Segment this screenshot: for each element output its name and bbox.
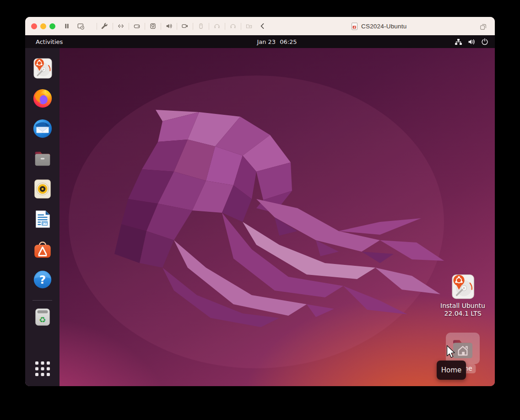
speaker-button[interactable] [162, 21, 176, 32]
mouse-capture-button[interactable] [194, 21, 208, 32]
dock-item-rhythmbox[interactable] [31, 178, 54, 200]
overlapping-windows-icon [480, 23, 487, 31]
toolbar-separator [225, 23, 225, 30]
speaker-icon [165, 22, 173, 30]
headset-button[interactable] [210, 21, 224, 32]
zoom-button[interactable] [49, 23, 55, 29]
toolbar-separator [209, 23, 209, 30]
close-button[interactable] [31, 23, 37, 29]
guest-screen: Activities Jan 23 06:25 [25, 35, 495, 386]
rhythmbox-icon [32, 178, 53, 199]
dock-item-help[interactable]: ? [31, 268, 54, 291]
home-tooltip-text: Home [441, 366, 461, 374]
install-ubuntu-icon [450, 273, 476, 300]
shared-folder-button[interactable] [242, 21, 256, 32]
clock-button[interactable]: Jan 23 06:25 [257, 35, 297, 48]
toolbar-separator [193, 23, 193, 30]
dock-separator [32, 300, 52, 301]
window-title: CS2024-Ubuntu [361, 23, 406, 30]
network-icon [455, 38, 462, 45]
dock-item-trash[interactable]: ♻ [31, 306, 54, 328]
pause-icon [63, 22, 70, 30]
vm-toolbar [60, 17, 270, 35]
dock-item-show-applications[interactable] [31, 357, 54, 380]
console-icon [117, 22, 125, 30]
gnome-topbar: Activities Jan 23 06:25 [25, 35, 495, 48]
headset-2-button[interactable] [226, 21, 240, 32]
jellyfish-wallpaper-art [60, 48, 495, 386]
console-button[interactable] [114, 21, 128, 32]
window-overlap-button[interactable] [479, 22, 488, 32]
firefox-icon [32, 88, 53, 109]
dock: A ? [25, 48, 60, 386]
shared-folder-icon [245, 22, 253, 30]
dock-item-libreoffice-writer[interactable] [31, 208, 54, 231]
dock-item-firefox[interactable] [31, 87, 54, 110]
home-tooltip: Home [437, 361, 466, 380]
headset-2-icon [229, 22, 237, 30]
install-label-line1: Install Ubuntu [440, 302, 485, 310]
desktop-surface[interactable]: Install Ubuntu 22.04.1 LTS [60, 48, 495, 386]
vm-window: CS2024-Ubuntu Activities Jan 23 06:25 [25, 17, 495, 386]
install-label-line2: 22.04.1 LTS [440, 310, 485, 318]
back-button[interactable] [256, 21, 270, 32]
webcam-button[interactable] [146, 21, 160, 32]
back-chevron-icon [259, 22, 266, 30]
mouse-cursor [446, 345, 456, 359]
help-icon: ? [32, 269, 53, 290]
window-title-group: CS2024-Ubuntu [351, 17, 406, 35]
minimize-button[interactable] [40, 23, 46, 29]
video-button[interactable] [178, 21, 192, 32]
titlebar: CS2024-Ubuntu [25, 17, 495, 35]
vm-document-icon [351, 22, 358, 30]
trash-icon: ♻ [32, 307, 53, 328]
clock-time: 06:25 [280, 38, 297, 45]
toolbar-separator [161, 23, 161, 30]
help-glyph: ? [39, 273, 46, 286]
drive-button[interactable] [130, 21, 144, 32]
toolbar-separator [241, 23, 241, 30]
toolbar-separator [113, 23, 113, 30]
tools-icon [101, 22, 108, 30]
dock-item-thunderbird[interactable] [31, 117, 54, 140]
desktop-row: A ? [25, 48, 495, 386]
volume-icon [468, 38, 476, 45]
dock-item-files[interactable] [31, 147, 54, 170]
app-grid-icon [35, 361, 50, 377]
save-state-icon [77, 22, 84, 30]
drive-icon [133, 22, 141, 30]
desktop-icon-install-ubuntu[interactable]: Install Ubuntu 22.04.1 LTS [440, 273, 486, 318]
toolbar-separator [129, 23, 129, 30]
traffic-lights [31, 23, 55, 29]
ubuntu-installer-icon [32, 57, 54, 79]
install-ubuntu-label: Install Ubuntu 22.04.1 LTS [440, 302, 485, 318]
ubuntu-software-icon: A [32, 239, 53, 260]
dock-item-ubuntu-software[interactable]: A [31, 238, 54, 261]
system-status-area[interactable] [455, 35, 488, 48]
dock-item-ubuntu-installer[interactable] [31, 57, 54, 80]
clock-date: Jan 23 [257, 38, 276, 45]
pause-button[interactable] [60, 21, 74, 32]
activities-button[interactable]: Activities [32, 35, 66, 48]
tools-button[interactable] [98, 21, 112, 32]
webcam-icon [149, 22, 157, 30]
libreoffice-writer-icon [32, 209, 53, 230]
mouse-icon [197, 22, 205, 30]
video-icon [181, 22, 189, 30]
activities-label: Activities [36, 38, 63, 45]
toolbar-separator [97, 23, 97, 30]
trash-glyph: ♻ [39, 315, 46, 324]
toolbar-separator [177, 23, 177, 30]
power-icon [481, 38, 488, 45]
headset-icon [213, 22, 221, 30]
toolbar-separator [145, 23, 145, 30]
files-icon [32, 148, 53, 169]
save-state-button[interactable] [74, 21, 87, 32]
thunderbird-icon [32, 118, 53, 139]
